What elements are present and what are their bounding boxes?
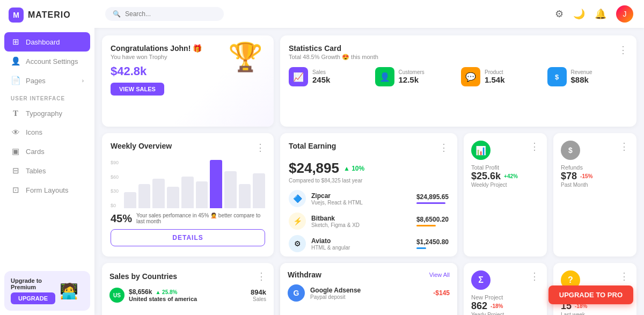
sidebar-item-label: Tables <box>26 167 46 175</box>
weekly-menu-icon[interactable]: ⋮ <box>255 142 265 153</box>
moon-icon[interactable]: 🌙 <box>573 8 585 20</box>
search-bar[interactable]: 🔍 <box>105 7 224 21</box>
total-profit-card: 📊 ⋮ Total Profit $25.6k +42% Weekly Proj… <box>464 133 547 257</box>
earning-info: Bitbank Sketch, Figma & XD <box>311 215 411 228</box>
revenue-icon: $ <box>547 67 567 86</box>
details-button[interactable]: DETAILS <box>111 229 265 246</box>
customers-icon: 👤 <box>375 67 394 86</box>
countries-header: Sales by Countries ⋮ <box>109 270 266 282</box>
earning-info: Zipcar Vuejs, React & HTML <box>311 192 411 206</box>
sales-countries-card: Sales by Countries ⋮ US $8,656k ▲ 25.8% … <box>102 263 274 315</box>
chart-area: $90 $60 $30 $0 <box>111 160 265 208</box>
new-project-icon: Σ <box>471 270 491 290</box>
sidebar-item-pages[interactable]: 📄 Pages › <box>4 71 90 90</box>
icons-icon: 👁 <box>11 128 20 137</box>
sidebar-item-label: Pages <box>26 77 46 85</box>
new-project-label: New Project <box>471 294 539 301</box>
typography-icon: 𝐓 <box>11 108 20 118</box>
profit-label: Total Profit <box>471 164 539 171</box>
new-project-value: 862 <box>471 301 487 312</box>
sidebar-item-icons[interactable]: 👁 Icons <box>4 123 90 142</box>
withdraw-desc: Paypal deposit <box>310 294 361 300</box>
stat-label: Product <box>485 69 505 75</box>
withdraw-title: Withdraw <box>288 270 321 279</box>
earning-progress <box>416 225 436 226</box>
countries-menu-icon[interactable]: ⋮ <box>257 270 266 282</box>
stat-value: $88k <box>571 75 592 84</box>
countries-title: Sales by Countries <box>109 272 177 281</box>
sidebar-item-form-layouts[interactable]: ⊡ Form Layouts <box>4 180 90 200</box>
small-card-header: 📊 ⋮ <box>471 141 539 160</box>
earning-desc: Sketch, Figma & XD <box>311 222 411 228</box>
earning-compare: Compared to $84,325 last year <box>289 178 449 184</box>
stat-item-customers: 👤 Customers 12.5k <box>375 67 456 86</box>
upgrade-title: Upgrade to <box>11 277 55 284</box>
upgrade-pro-button[interactable]: UPGRADE TO PRO <box>548 285 633 304</box>
earning-card: Total Earning ⋮ $24,895 ▲ 10% Compared t… <box>280 133 457 257</box>
upgrade-button[interactable]: UPGRADE <box>11 292 55 304</box>
earning-info: Aviato HTML & angular <box>311 237 411 251</box>
profit-value: $25.6k <box>471 171 501 182</box>
sidebar-item-typography[interactable]: 𝐓 Typography <box>4 104 90 123</box>
view-sales-button[interactable]: VIEW SALES <box>111 83 164 96</box>
weekly-card: Weekly Overview ⋮ $90 $60 $30 $0 <box>102 133 274 257</box>
sidebar-item-dashboard[interactable]: ⊞ Dashboard <box>4 32 90 52</box>
earning-name: Bitbank <box>311 215 411 222</box>
google-icon: G <box>288 284 305 302</box>
earning-name: Aviato <box>311 237 411 245</box>
perf-text: Your sales perfomance in 45% 🤦 better co… <box>136 213 265 224</box>
earning-amount-right: $24,895.65 <box>416 193 449 201</box>
withdraw-view-all[interactable]: View All <box>429 272 450 278</box>
earning-amount: $24,895 <box>289 160 339 177</box>
earning-menu-icon[interactable]: ⋮ <box>439 142 449 153</box>
upgrade-avatar: 🧑‍💻 <box>60 282 78 300</box>
refunds-menu-icon[interactable]: ⋮ <box>619 141 629 152</box>
upgrade-box: Upgrade to Premium UPGRADE 🧑‍💻 <box>4 271 90 311</box>
sidebar-item-tables[interactable]: ⊟ Tables <box>4 161 90 180</box>
search-icon: 🔍 <box>113 10 121 18</box>
stats-header: Statistics Card Total 48.5% Growth 😍 thi… <box>289 44 628 61</box>
stats-card: Statistics Card Total 48.5% Growth 😍 thi… <box>280 35 636 127</box>
new-project-sub: Yearly Project <box>471 312 539 315</box>
refunds-icon: $ <box>561 141 580 160</box>
earning-progress <box>416 202 445 204</box>
stats-menu-icon[interactable]: ⋮ <box>618 44 628 56</box>
refunds-change: -15% <box>580 173 592 179</box>
section-label: USER INTERFACE <box>4 90 90 104</box>
profit-sub: Weekly Project <box>471 182 539 188</box>
refunds-card: $ ⋮ Refunds $78 -15% Past Month <box>553 133 636 257</box>
withdraw-item: G Google Adsense Paypal deposit -$145 <box>288 284 450 302</box>
sidebar-item-account-settings[interactable]: 👤 Account Settings <box>4 52 90 71</box>
search-input[interactable] <box>125 10 216 18</box>
sidebar-item-cards[interactable]: ▣ Cards <box>4 142 90 161</box>
earning-amount-right: $8,6500.20 <box>416 216 449 223</box>
refunds-label: Refunds <box>561 164 629 171</box>
header-icons: ⚙ 🌙 🔔 J <box>555 5 633 23</box>
earning-progress <box>416 247 426 249</box>
sales-queries-menu-icon[interactable]: ⋮ <box>619 270 629 282</box>
small-card-header: $ ⋮ <box>561 141 629 160</box>
sidebar-item-label: Cards <box>26 148 45 156</box>
country-amount: $8,656k <box>129 288 152 296</box>
country-item: US $8,656k ▲ 25.8% United states of amer… <box>109 288 266 303</box>
account-icon: 👤 <box>11 56 20 66</box>
withdraw-info: Google Adsense Paypal deposit <box>310 287 361 300</box>
new-project-menu-icon[interactable]: ⋮ <box>530 270 539 282</box>
bitbank-icon: ⚡ <box>289 213 306 230</box>
earning-header: Total Earning ⋮ <box>289 142 449 153</box>
main-content: 🔍 ⚙ 🌙 🔔 J Congratulations John! 🎁 You ha… <box>94 0 644 315</box>
avatar[interactable]: J <box>616 5 633 23</box>
profit-menu-icon[interactable]: ⋮ <box>530 141 539 152</box>
earning-change: ▲ 10% <box>343 165 364 172</box>
header: 🔍 ⚙ 🌙 🔔 J <box>94 0 644 28</box>
github-icon[interactable]: ⚙ <box>555 8 564 20</box>
sales-queries-sub: Last week <box>561 312 629 315</box>
country-change: ▲ 25.8% <box>155 289 177 295</box>
earning-title: Total Earning <box>289 142 336 150</box>
cards-icon: ▣ <box>11 146 20 156</box>
earning-item-aviato: ⚙ Aviato HTML & angular $1,2450.80 <box>289 235 449 252</box>
new-project-card: Σ ⋮ New Project 862 -18% Yearly Project <box>464 263 547 315</box>
earning-item-zipcar: 🔷 Zipcar Vuejs, React & HTML $24,895.65 <box>289 190 449 207</box>
earning-desc: Vuejs, React & HTML <box>311 200 411 206</box>
bell-icon[interactable]: 🔔 <box>595 8 606 20</box>
